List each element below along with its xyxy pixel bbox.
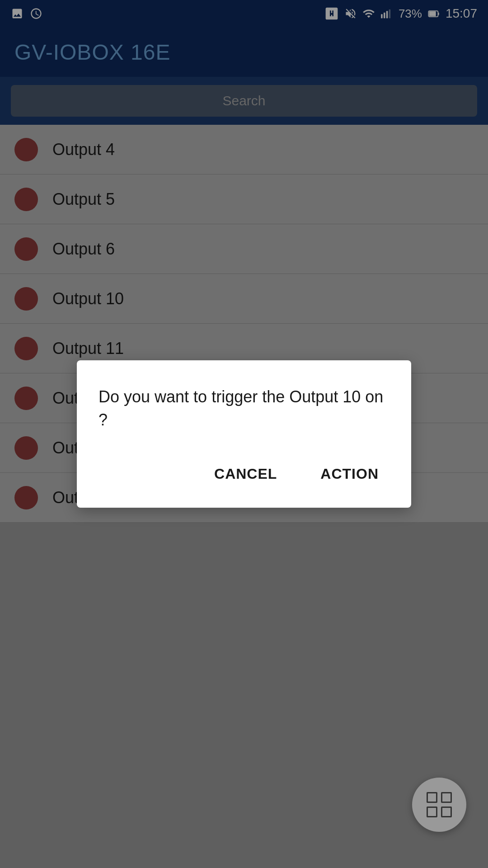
dialog-overlay: Do you want to trigger the Output 10 on … xyxy=(0,0,488,868)
cancel-button[interactable]: CANCEL xyxy=(203,458,288,490)
confirm-dialog: Do you want to trigger the Output 10 on … xyxy=(77,360,411,508)
dialog-message: Do you want to trigger the Output 10 on … xyxy=(99,386,389,431)
action-button[interactable]: ACTION xyxy=(310,458,389,490)
dialog-buttons: CANCEL ACTION xyxy=(99,458,389,490)
